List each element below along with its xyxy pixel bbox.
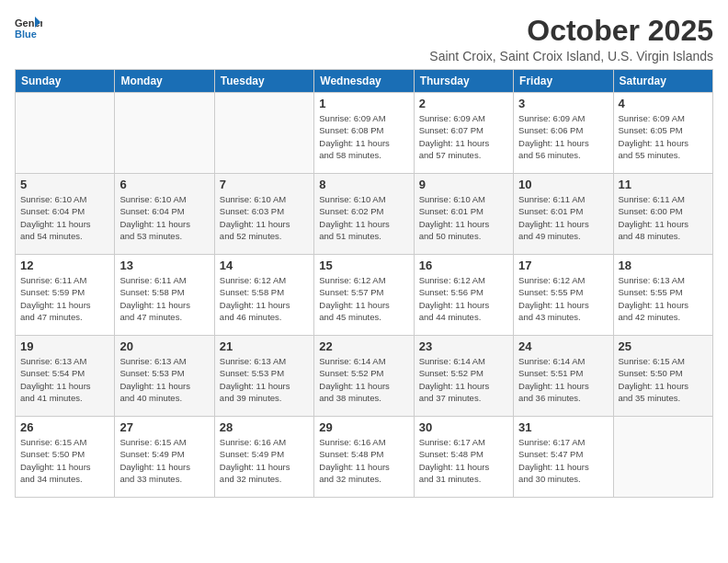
weekday-header-saturday: Saturday xyxy=(613,70,712,93)
day-info: Sunrise: 6:15 AM Sunset: 5:50 PM Dayligh… xyxy=(619,355,708,404)
calendar-cell: 1Sunrise: 6:09 AM Sunset: 6:08 PM Daylig… xyxy=(314,93,414,174)
calendar-cell: 20Sunrise: 6:13 AM Sunset: 5:53 PM Dayli… xyxy=(115,336,214,417)
calendar-cell: 19Sunrise: 6:13 AM Sunset: 5:54 PM Dayli… xyxy=(16,336,115,417)
day-number: 31 xyxy=(518,420,608,434)
day-number: 30 xyxy=(419,420,508,434)
day-number: 19 xyxy=(20,339,109,353)
calendar-cell: 8Sunrise: 6:10 AM Sunset: 6:02 PM Daylig… xyxy=(314,174,414,255)
day-info: Sunrise: 6:09 AM Sunset: 6:05 PM Dayligh… xyxy=(619,112,708,161)
calendar-cell: 23Sunrise: 6:14 AM Sunset: 5:52 PM Dayli… xyxy=(414,336,513,417)
day-number: 18 xyxy=(619,259,708,272)
title-area: October 2025 Saint Croix, Saint Croix Is… xyxy=(429,15,713,63)
calendar-cell: 21Sunrise: 6:13 AM Sunset: 5:53 PM Dayli… xyxy=(214,336,313,417)
day-info: Sunrise: 6:13 AM Sunset: 5:53 PM Dayligh… xyxy=(220,355,309,404)
calendar-cell: 26Sunrise: 6:15 AM Sunset: 5:50 PM Dayli… xyxy=(16,417,115,498)
day-number: 10 xyxy=(518,178,608,191)
day-number: 4 xyxy=(619,97,708,110)
calendar-cell: 28Sunrise: 6:16 AM Sunset: 5:49 PM Dayli… xyxy=(214,417,313,498)
day-number: 22 xyxy=(319,339,408,353)
day-info: Sunrise: 6:17 AM Sunset: 5:47 PM Dayligh… xyxy=(518,436,608,485)
day-number: 16 xyxy=(419,259,508,272)
calendar-table: SundayMondayTuesdayWednesdayThursdayFrid… xyxy=(15,69,713,498)
day-info: Sunrise: 6:14 AM Sunset: 5:52 PM Dayligh… xyxy=(319,355,408,404)
calendar-cell xyxy=(214,93,313,174)
calendar-cell: 10Sunrise: 6:11 AM Sunset: 6:01 PM Dayli… xyxy=(514,174,613,255)
calendar-cell: 17Sunrise: 6:12 AM Sunset: 5:55 PM Dayli… xyxy=(514,255,613,336)
day-info: Sunrise: 6:15 AM Sunset: 5:49 PM Dayligh… xyxy=(119,436,209,485)
calendar-cell: 9Sunrise: 6:10 AM Sunset: 6:01 PM Daylig… xyxy=(414,174,513,255)
calendar-cell: 6Sunrise: 6:10 AM Sunset: 6:04 PM Daylig… xyxy=(115,174,214,255)
day-number: 28 xyxy=(220,420,309,434)
day-info: Sunrise: 6:10 AM Sunset: 6:04 PM Dayligh… xyxy=(20,193,109,242)
day-info: Sunrise: 6:10 AM Sunset: 6:03 PM Dayligh… xyxy=(220,193,309,242)
day-info: Sunrise: 6:16 AM Sunset: 5:49 PM Dayligh… xyxy=(220,436,309,485)
day-number: 21 xyxy=(220,339,309,353)
day-number: 20 xyxy=(119,339,209,353)
day-number: 24 xyxy=(518,339,608,353)
day-number: 23 xyxy=(419,339,508,353)
day-info: Sunrise: 6:11 AM Sunset: 6:00 PM Dayligh… xyxy=(619,193,708,242)
calendar-cell: 18Sunrise: 6:13 AM Sunset: 5:55 PM Dayli… xyxy=(613,255,712,336)
calendar-cell: 3Sunrise: 6:09 AM Sunset: 6:06 PM Daylig… xyxy=(514,93,613,174)
weekday-header-row: SundayMondayTuesdayWednesdayThursdayFrid… xyxy=(16,70,713,93)
page-header: General Blue October 2025 Saint Croix, S… xyxy=(15,15,713,63)
logo: General Blue xyxy=(15,15,42,40)
calendar-cell: 7Sunrise: 6:10 AM Sunset: 6:03 PM Daylig… xyxy=(214,174,313,255)
day-info: Sunrise: 6:12 AM Sunset: 5:58 PM Dayligh… xyxy=(220,274,309,323)
day-number: 1 xyxy=(319,97,408,110)
day-info: Sunrise: 6:17 AM Sunset: 5:48 PM Dayligh… xyxy=(419,436,508,485)
day-info: Sunrise: 6:10 AM Sunset: 6:01 PM Dayligh… xyxy=(419,193,508,242)
calendar-cell: 15Sunrise: 6:12 AM Sunset: 5:57 PM Dayli… xyxy=(314,255,414,336)
calendar-cell: 16Sunrise: 6:12 AM Sunset: 5:56 PM Dayli… xyxy=(414,255,513,336)
day-info: Sunrise: 6:09 AM Sunset: 6:07 PM Dayligh… xyxy=(419,112,508,161)
weekday-header-monday: Monday xyxy=(115,70,214,93)
day-number: 9 xyxy=(419,178,508,191)
calendar-week-row: 26Sunrise: 6:15 AM Sunset: 5:50 PM Dayli… xyxy=(16,417,713,498)
calendar-cell xyxy=(613,417,712,498)
day-info: Sunrise: 6:15 AM Sunset: 5:50 PM Dayligh… xyxy=(20,436,109,485)
calendar-cell xyxy=(115,93,214,174)
day-number: 26 xyxy=(20,420,109,434)
day-number: 2 xyxy=(419,97,508,110)
calendar-cell: 2Sunrise: 6:09 AM Sunset: 6:07 PM Daylig… xyxy=(414,93,513,174)
calendar-cell: 11Sunrise: 6:11 AM Sunset: 6:00 PM Dayli… xyxy=(613,174,712,255)
day-info: Sunrise: 6:09 AM Sunset: 6:08 PM Dayligh… xyxy=(319,112,408,161)
calendar-cell: 14Sunrise: 6:12 AM Sunset: 5:58 PM Dayli… xyxy=(214,255,313,336)
calendar-cell: 5Sunrise: 6:10 AM Sunset: 6:04 PM Daylig… xyxy=(16,174,115,255)
day-number: 29 xyxy=(319,420,408,434)
day-number: 7 xyxy=(220,178,309,191)
calendar-cell: 29Sunrise: 6:16 AM Sunset: 5:48 PM Dayli… xyxy=(314,417,414,498)
day-info: Sunrise: 6:13 AM Sunset: 5:54 PM Dayligh… xyxy=(20,355,109,404)
day-number: 12 xyxy=(20,259,109,272)
day-info: Sunrise: 6:13 AM Sunset: 5:53 PM Dayligh… xyxy=(119,355,209,404)
day-info: Sunrise: 6:11 AM Sunset: 5:59 PM Dayligh… xyxy=(20,274,109,323)
weekday-header-thursday: Thursday xyxy=(414,70,513,93)
day-info: Sunrise: 6:12 AM Sunset: 5:55 PM Dayligh… xyxy=(518,274,608,323)
calendar-cell: 31Sunrise: 6:17 AM Sunset: 5:47 PM Dayli… xyxy=(514,417,613,498)
day-info: Sunrise: 6:11 AM Sunset: 5:58 PM Dayligh… xyxy=(119,274,209,323)
day-number: 8 xyxy=(319,178,408,191)
weekday-header-friday: Friday xyxy=(514,70,613,93)
weekday-header-sunday: Sunday xyxy=(16,70,115,93)
day-info: Sunrise: 6:12 AM Sunset: 5:56 PM Dayligh… xyxy=(419,274,508,323)
day-info: Sunrise: 6:09 AM Sunset: 6:06 PM Dayligh… xyxy=(518,112,608,161)
day-info: Sunrise: 6:12 AM Sunset: 5:57 PM Dayligh… xyxy=(319,274,408,323)
day-number: 13 xyxy=(119,259,209,272)
day-info: Sunrise: 6:14 AM Sunset: 5:51 PM Dayligh… xyxy=(518,355,608,404)
calendar-cell: 27Sunrise: 6:15 AM Sunset: 5:49 PM Dayli… xyxy=(115,417,214,498)
day-number: 11 xyxy=(619,178,708,191)
calendar-cell: 24Sunrise: 6:14 AM Sunset: 5:51 PM Dayli… xyxy=(514,336,613,417)
calendar-week-row: 5Sunrise: 6:10 AM Sunset: 6:04 PM Daylig… xyxy=(16,174,713,255)
day-info: Sunrise: 6:11 AM Sunset: 6:01 PM Dayligh… xyxy=(518,193,608,242)
day-info: Sunrise: 6:13 AM Sunset: 5:55 PM Dayligh… xyxy=(619,274,708,323)
day-info: Sunrise: 6:14 AM Sunset: 5:52 PM Dayligh… xyxy=(419,355,508,404)
logo-icon: General Blue xyxy=(15,15,42,40)
calendar-cell: 4Sunrise: 6:09 AM Sunset: 6:05 PM Daylig… xyxy=(613,93,712,174)
calendar-cell: 22Sunrise: 6:14 AM Sunset: 5:52 PM Dayli… xyxy=(314,336,414,417)
weekday-header-wednesday: Wednesday xyxy=(314,70,414,93)
calendar-week-row: 12Sunrise: 6:11 AM Sunset: 5:59 PM Dayli… xyxy=(16,255,713,336)
day-number: 25 xyxy=(619,339,708,353)
calendar-week-row: 19Sunrise: 6:13 AM Sunset: 5:54 PM Dayli… xyxy=(16,336,713,417)
day-info: Sunrise: 6:16 AM Sunset: 5:48 PM Dayligh… xyxy=(319,436,408,485)
svg-text:Blue: Blue xyxy=(15,29,37,40)
